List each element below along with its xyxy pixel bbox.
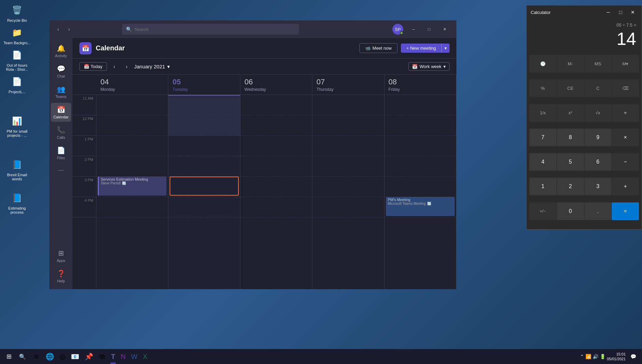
calc-btn-6[interactable]: 6 [584, 153, 612, 171]
mon-1pm-cell[interactable] [96, 136, 168, 156]
sidebar-more-button[interactable]: ··· [56, 163, 67, 177]
calc-btn-2[interactable]: 2 [557, 178, 584, 195]
today-button[interactable]: 📅 Today [79, 62, 107, 71]
taskbar-chrome[interactable]: ◎ [58, 350, 67, 363]
calc-btn-c[interactable]: C [584, 79, 612, 97]
empty-event-slot[interactable] [170, 177, 238, 196]
services-estimation-meeting-event[interactable]: Services Estimation Meeting Steve Perret… [98, 177, 167, 196]
fri-2pm-cell[interactable] [385, 156, 456, 177]
thu-1pm-cell[interactable] [312, 136, 384, 156]
calc-btn-decimal[interactable]: . [584, 202, 612, 220]
pm-meeting-event[interactable]: PM's Meeting Microsoft Teams Meeting 🔄 [386, 197, 455, 216]
calc-btn-ce[interactable]: CE [557, 79, 584, 97]
calc-btn-sqrt[interactable]: √x [584, 104, 612, 122]
calc-btn-7[interactable]: 7 [529, 129, 557, 146]
sidebar-item-activity[interactable]: 🔔 Activity [51, 42, 71, 61]
mon-4pm-cell[interactable] [96, 197, 168, 217]
wed-4pm-cell[interactable] [240, 197, 312, 217]
wed-3pm-cell[interactable] [240, 177, 312, 197]
calc-btn-minus[interactable]: − [612, 153, 639, 171]
thu-3pm-cell[interactable] [312, 177, 384, 197]
new-meeting-button[interactable]: + New meeting [401, 44, 441, 53]
mon-3pm-cell[interactable]: Services Estimation Meeting Steve Perret… [96, 177, 168, 197]
sidebar-item-help[interactable]: ❓ Help [51, 267, 71, 286]
calc-btn-reciprocal[interactable]: 1/x [529, 104, 557, 122]
calc-btn-percent[interactable]: % [529, 79, 557, 97]
thu-11am-cell[interactable] [312, 95, 384, 115]
calc-btn-divide[interactable]: ÷ [612, 104, 639, 122]
desktop-icon-projectlibro[interactable]: 📄 ProjectL... [3, 75, 31, 94]
mon-12pm-cell[interactable] [96, 115, 168, 136]
tue-4pm-cell[interactable] [168, 197, 240, 217]
sidebar-item-chat[interactable]: 💬 Chat [51, 62, 71, 81]
tue-2pm-cell[interactable] [168, 156, 240, 177]
calc-close-button[interactable]: ✕ [628, 7, 638, 17]
taskbar-excel[interactable]: X [141, 350, 150, 363]
taskbar-notification-button[interactable]: 💬 [627, 350, 639, 363]
calc-btn-0[interactable]: 0 [557, 202, 584, 220]
teams-search-box[interactable]: 🔍 [122, 24, 299, 35]
teams-close-button[interactable]: ✕ [437, 24, 452, 34]
meet-now-button[interactable]: 📹 Meet now [359, 43, 397, 53]
fri-1pm-cell[interactable] [385, 136, 456, 156]
fri-4pm-cell[interactable]: PM's Meeting Microsoft Teams Meeting 🔄 [385, 197, 456, 217]
calc-btn-ms[interactable]: MS [584, 55, 612, 72]
mon-11am-cell[interactable] [96, 95, 168, 115]
tue-12pm-cell[interactable] [168, 115, 240, 136]
teams-search-input[interactable] [135, 27, 295, 32]
calc-btn-multiply[interactable]: × [612, 129, 639, 146]
sidebar-item-calendar[interactable]: 📅 Calendar [51, 103, 71, 122]
calc-btn-1[interactable]: 1 [529, 178, 557, 195]
month-title[interactable]: January 2021 ▾ [134, 64, 170, 70]
desktop-icon-pm-small[interactable]: 📊 PM for small projects - ... [3, 114, 31, 137]
tue-11am-cell[interactable] [168, 95, 240, 115]
desktop-icon-recycle-bin[interactable]: 🗑️ Recycle Bin [3, 3, 31, 22]
calc-btn-history[interactable]: 🕐 [529, 55, 557, 72]
fri-12pm-cell[interactable] [385, 115, 456, 136]
prev-week-button[interactable]: ‹ [110, 62, 119, 71]
taskbar-sticky-notes[interactable]: 📌 [83, 350, 95, 363]
taskbar-task-view-button[interactable]: ⧉ [30, 350, 42, 363]
calc-btn-9[interactable]: 9 [584, 129, 612, 146]
calc-btn-ms-minus[interactable]: M- [557, 55, 584, 72]
wed-11am-cell[interactable] [240, 95, 312, 115]
user-avatar[interactable]: SP [392, 24, 403, 35]
taskbar-clock[interactable]: 15:01 05/01/2021 [607, 352, 626, 362]
calc-maximize-button[interactable]: □ [616, 7, 625, 17]
desktop-icon-brexit[interactable]: 📘 Brexit Email words [3, 158, 31, 181]
taskbar-outlook[interactable]: 📧 [69, 350, 81, 363]
taskbar-onenote[interactable]: N [119, 350, 127, 363]
desktop-icon-out-of-hours[interactable]: 📄 Out of hours Rota - Shor... [3, 48, 31, 71]
sidebar-item-teams[interactable]: 👥 Teams [51, 82, 71, 101]
calc-btn-negate[interactable]: +/− [529, 202, 557, 220]
taskbar-word[interactable]: W [129, 350, 140, 363]
taskbar-edge[interactable]: 🌐 [44, 350, 56, 363]
teams-back-button[interactable]: ‹ [53, 24, 63, 34]
wed-2pm-cell[interactable] [240, 156, 312, 177]
teams-maximize-button[interactable]: □ [422, 24, 437, 34]
taskbar-search-button[interactable]: 🔍 [16, 350, 29, 363]
calc-btn-5[interactable]: 5 [557, 153, 584, 171]
calc-btn-square[interactable]: x² [557, 104, 584, 122]
sidebar-item-files[interactable]: 📄 Files [51, 144, 71, 163]
start-button[interactable]: ⊞ [3, 350, 15, 363]
taskbar-network-icon[interactable]: 📶 [585, 354, 591, 359]
mon-2pm-cell[interactable] [96, 156, 168, 177]
new-meeting-dropdown-button[interactable]: ▾ [441, 44, 450, 53]
taskbar-teams[interactable]: T [109, 350, 117, 363]
wed-12pm-cell[interactable] [240, 115, 312, 136]
calc-btn-4[interactable]: 4 [529, 153, 557, 171]
calc-btn-3[interactable]: 3 [584, 178, 612, 195]
teams-forward-button[interactable]: › [64, 24, 74, 34]
wed-1pm-cell[interactable] [240, 136, 312, 156]
taskbar-up-arrow[interactable]: ⌃ [580, 354, 584, 359]
next-week-button[interactable]: › [122, 62, 131, 71]
tue-1pm-cell[interactable] [168, 136, 240, 156]
thu-4pm-cell[interactable] [312, 197, 384, 217]
desktop-icon-teams-bg[interactable]: 📁 Team Backgro... [3, 26, 31, 45]
calc-btn-m-dropdown[interactable]: M▾ [612, 55, 639, 72]
sidebar-item-calls[interactable]: 📞 Calls [51, 123, 71, 142]
fri-11am-cell[interactable] [385, 95, 456, 115]
calc-btn-plus[interactable]: + [612, 178, 639, 195]
tue-3pm-cell[interactable] [168, 177, 240, 197]
